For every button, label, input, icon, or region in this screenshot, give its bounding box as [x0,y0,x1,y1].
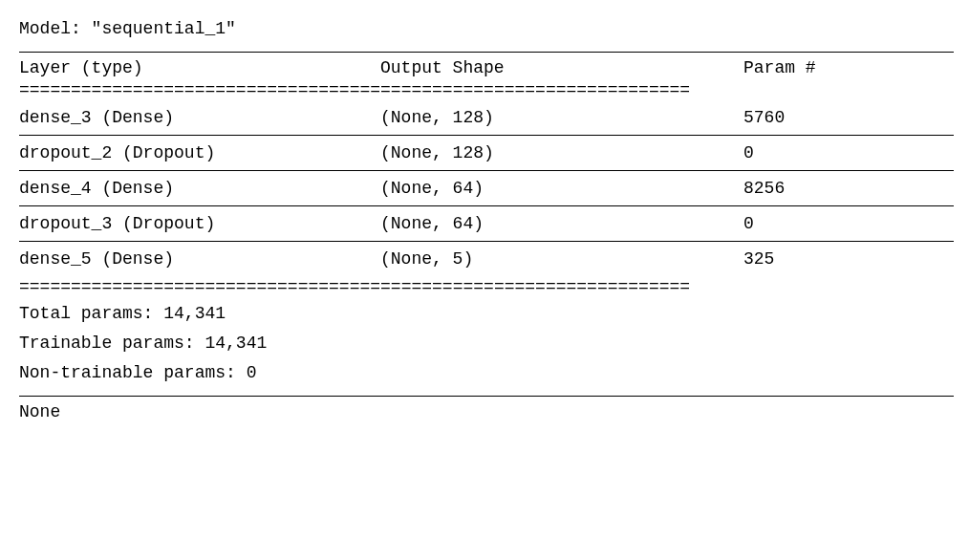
header-param: Param # [743,58,954,77]
total-params: Total params: 14,341 [19,297,950,327]
table-row: dense_5 (Dense) (None, 5) 325 [19,242,954,276]
layer-name: dense_3 (Dense) [19,108,380,127]
table-row: dense_3 (Dense) (None, 128) 5760 [19,100,954,135]
layer-params: 8256 [743,179,954,198]
layer-shape: (None, 5) [380,249,743,269]
layer-params: 5760 [743,108,954,127]
table-row: dropout_3 (Dropout) (None, 64) 0 [19,206,954,241]
nontrainable-params: Non-trainable params: 0 [19,356,950,386]
double-divider-bottom: ========================================… [19,278,954,295]
layer-params: 0 [743,143,954,162]
none-output: None [19,397,950,421]
header-row: Layer (type) Output Shape Param # [19,53,954,79]
header-layer: Layer (type) [19,58,380,77]
layer-shape: (None, 64) [380,179,743,198]
trainable-params: Trainable params: 14,341 [19,327,950,356]
model-title: Model: "sequential_1" [19,19,950,38]
layer-shape: (None, 128) [380,143,743,162]
table-row: dense_4 (Dense) (None, 64) 8256 [19,171,954,205]
layer-params: 0 [743,214,954,233]
double-divider-top: ========================================… [19,81,954,98]
table-row: dropout_2 (Dropout) (None, 128) 0 [19,136,954,170]
header-output-shape: Output Shape [380,58,743,77]
layer-shape: (None, 128) [380,108,743,127]
layer-shape: (None, 64) [380,214,743,233]
layer-params: 325 [743,249,954,269]
layer-name: dense_4 (Dense) [19,179,380,198]
layer-name: dropout_2 (Dropout) [19,143,380,162]
layer-name: dense_5 (Dense) [19,249,380,269]
layer-name: dropout_3 (Dropout) [19,214,380,233]
